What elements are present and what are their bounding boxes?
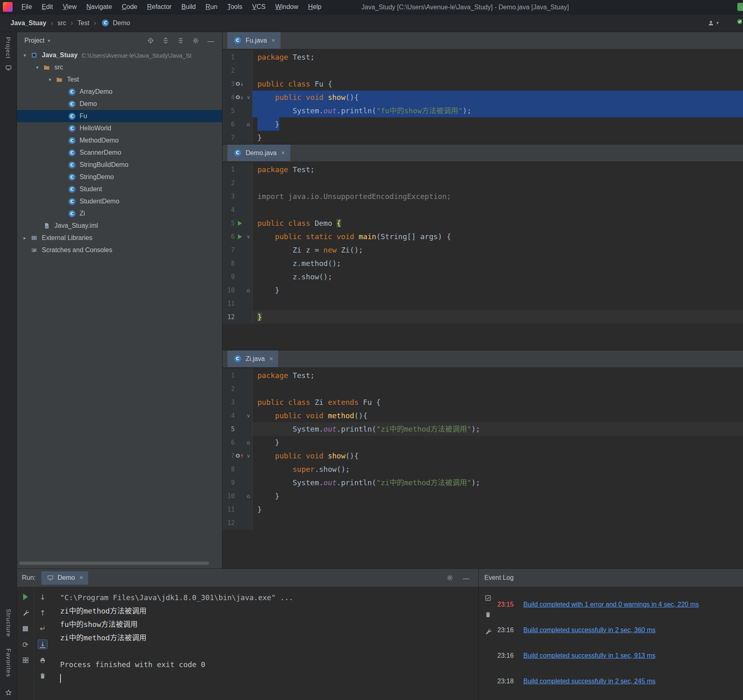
code-line[interactable]: 2 bbox=[222, 382, 743, 395]
menu-build[interactable]: Build bbox=[177, 3, 201, 11]
tree-item-studentdemo[interactable]: CStudentDemo bbox=[17, 195, 222, 207]
fold-close-icon[interactable]: ⌂ bbox=[245, 439, 252, 445]
code-editor[interactable]: 1package Test;23import java.io.Unsupport… bbox=[222, 162, 743, 350]
fold-open-icon[interactable]: ∨ bbox=[245, 233, 252, 240]
close-icon[interactable]: × bbox=[281, 149, 285, 157]
fold-open-icon[interactable]: ∨ bbox=[245, 94, 252, 100]
code-line[interactable]: 6∨ public static void main(String[] args… bbox=[222, 230, 743, 243]
down-the-stack-button[interactable]: ↓ bbox=[38, 592, 48, 602]
soft-wrap-button[interactable]: ↵ bbox=[38, 624, 48, 633]
hide-icon[interactable]: — bbox=[462, 574, 470, 582]
tree-item-demo[interactable]: CDemo bbox=[17, 98, 222, 110]
fold-close-icon[interactable]: ⌂ bbox=[245, 121, 252, 127]
code-line[interactable]: 11 bbox=[222, 297, 743, 310]
tree-item-student[interactable]: CStudent bbox=[17, 183, 222, 195]
code-line[interactable]: 12 bbox=[222, 516, 743, 529]
fold-close-icon[interactable]: ⌂ bbox=[245, 287, 252, 293]
editor-tab-fu-java[interactable]: CFu.java× bbox=[227, 32, 281, 49]
filter-button[interactable] bbox=[483, 593, 493, 603]
tree-item-scannerdemo[interactable]: CScannerDemo bbox=[17, 147, 222, 159]
breadcrumb-item-demo[interactable]: CDemo bbox=[101, 19, 130, 27]
chevron-down-icon[interactable]: ▾ bbox=[716, 20, 719, 26]
code-line[interactable]: 2 bbox=[222, 176, 743, 190]
close-icon[interactable]: × bbox=[271, 37, 275, 44]
clear-log-button[interactable] bbox=[483, 610, 493, 620]
tree-item-arraydemo[interactable]: CArrayDemo bbox=[17, 86, 222, 98]
code-line[interactable]: 4O↓∨ public void show(){ bbox=[222, 91, 743, 104]
horizontal-scrollbar[interactable] bbox=[19, 562, 209, 565]
code-line[interactable]: 10⌂ } bbox=[222, 489, 743, 503]
fold-open-icon[interactable]: ∨ bbox=[245, 453, 252, 459]
user-icon[interactable] bbox=[707, 19, 715, 27]
menu-edit[interactable]: Edit bbox=[37, 3, 58, 11]
menu-navigate[interactable]: Navigate bbox=[82, 3, 117, 11]
overrides-method-icon[interactable]: O↑ bbox=[235, 453, 245, 458]
tree-item-methoddemo[interactable]: CMethodDemo bbox=[17, 134, 222, 147]
hide-icon[interactable]: — bbox=[207, 37, 215, 45]
code-line[interactable]: 3import java.io.UnsupportedEncodingExcep… bbox=[222, 190, 743, 203]
code-line[interactable]: 4∨ public void method(){ bbox=[222, 409, 743, 422]
tree-item-test[interactable]: ▾Test bbox=[17, 73, 222, 86]
rerun-button[interactable] bbox=[21, 592, 30, 602]
settings-button[interactable] bbox=[483, 627, 493, 636]
code-line[interactable]: 9 z.show(); bbox=[222, 270, 743, 283]
close-icon[interactable]: × bbox=[79, 574, 83, 581]
editor-tab-demo-java[interactable]: CDemo.java× bbox=[227, 145, 290, 161]
code-line[interactable]: 8 super.show(); bbox=[222, 462, 743, 476]
code-line[interactable]: 7} bbox=[222, 131, 743, 144]
code-line[interactable]: 6⌂ } bbox=[222, 117, 743, 131]
toolwindow-favorites-button[interactable]: Favorites bbox=[5, 648, 12, 677]
expand-all-icon[interactable] bbox=[162, 37, 170, 45]
close-icon[interactable]: × bbox=[269, 355, 273, 363]
chevron-down-icon[interactable]: ▾ bbox=[33, 65, 42, 70]
code-line[interactable]: 7 Zi z = new Zi(); bbox=[222, 243, 743, 257]
code-line[interactable]: 6⌂ } bbox=[222, 436, 743, 449]
run-console[interactable]: "C:\Program Files\Java\jdk1.8.0_301\bin\… bbox=[51, 587, 478, 700]
fold-close-icon[interactable]: ⌂ bbox=[245, 493, 252, 499]
chevron-down-icon[interactable]: ▾ bbox=[45, 77, 54, 82]
code-line[interactable]: 12} bbox=[222, 310, 743, 324]
run-tab-demo[interactable]: Demo × bbox=[41, 571, 88, 585]
tree-item-fu[interactable]: CFu bbox=[17, 110, 222, 122]
event-log-link[interactable]: Build completed successfully in 1 sec, 9… bbox=[523, 652, 655, 659]
tree-item-stringbuilddemo[interactable]: CStringBuildDemo bbox=[17, 159, 222, 171]
breadcrumb-item-test[interactable]: Test bbox=[78, 19, 89, 27]
locate-icon[interactable] bbox=[147, 37, 155, 45]
event-log-link[interactable]: Build completed with 1 error and 0 warni… bbox=[523, 601, 699, 608]
menu-window[interactable]: Window bbox=[270, 3, 303, 11]
toolwindow-grid-icon[interactable] bbox=[4, 64, 13, 72]
code-line[interactable]: 8 z.method(); bbox=[222, 257, 743, 270]
tree-item-external-libraries[interactable]: ▸External Libraries bbox=[17, 232, 222, 244]
breadcrumb-item-src[interactable]: src bbox=[58, 19, 66, 27]
menu-view[interactable]: View bbox=[58, 3, 81, 11]
settings-button[interactable] bbox=[21, 608, 30, 618]
toolwindow-structure-button[interactable]: Structure bbox=[5, 609, 12, 637]
code-line[interactable]: 11} bbox=[222, 503, 743, 516]
menu-tools[interactable]: Tools bbox=[222, 3, 247, 11]
code-editor[interactable]: 1package Test;23public class Zi extends … bbox=[222, 367, 743, 568]
run-method-icon[interactable] bbox=[235, 234, 245, 239]
breadcrumb-item-java-stuay[interactable]: Java_Stuay bbox=[11, 19, 46, 27]
code-line[interactable]: 10⌂ } bbox=[222, 283, 743, 297]
overridden-method-icon[interactable]: O↓ bbox=[235, 81, 245, 86]
tree-item-src[interactable]: ▾src bbox=[17, 61, 222, 73]
tree-item-java-stuay-iml[interactable]: Java_Stuay.iml bbox=[17, 220, 222, 232]
settings-gear-icon[interactable] bbox=[446, 574, 454, 582]
menu-run[interactable]: Run bbox=[201, 3, 222, 11]
tree-item-helloworld[interactable]: CHelloWorld bbox=[17, 122, 222, 134]
code-line[interactable]: 1package Test; bbox=[222, 369, 743, 382]
run-method-icon[interactable] bbox=[235, 221, 245, 226]
settings-icon[interactable] bbox=[192, 37, 200, 45]
code-line[interactable]: 5public class Demo { bbox=[222, 216, 743, 230]
code-line[interactable]: 5 System.out.println("fu中的show方法被调用"); bbox=[222, 104, 743, 117]
tree-item-java-stuay[interactable]: ▾Java_StuayC:\Users\Avenue-le\Java_Study… bbox=[17, 49, 222, 61]
restore-layout-button[interactable] bbox=[21, 655, 30, 665]
code-line[interactable]: 1package Test; bbox=[222, 163, 743, 176]
collapse-all-icon[interactable] bbox=[177, 37, 185, 45]
menu-code[interactable]: Code bbox=[117, 3, 142, 11]
code-line[interactable]: 5 System.out.println("zi中的method方法被调用"); bbox=[222, 422, 743, 436]
chevron-down-icon[interactable]: ▾ bbox=[48, 38, 50, 43]
code-line[interactable]: 1package Test; bbox=[222, 50, 743, 64]
overridden-method-icon[interactable]: O↓ bbox=[235, 95, 245, 100]
code-line[interactable]: 4 bbox=[222, 203, 743, 216]
